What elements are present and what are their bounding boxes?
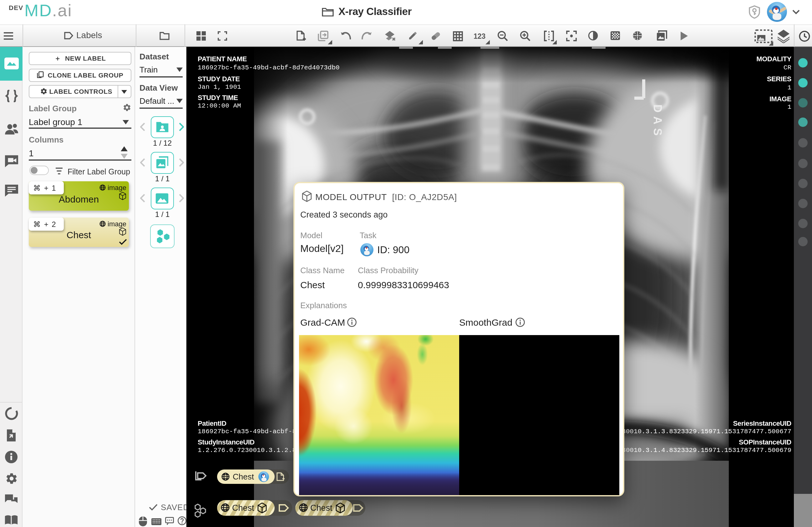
svg-text:DAS: DAS [651,104,664,139]
